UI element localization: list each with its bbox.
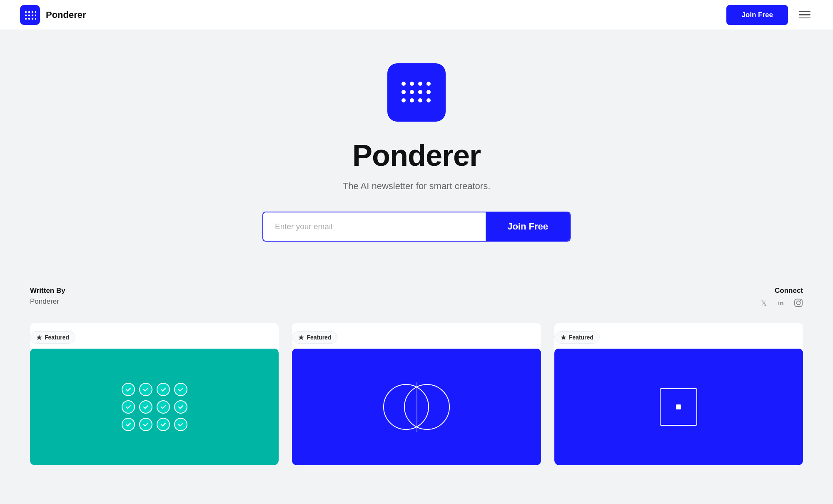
written-by-label: Written By [30, 287, 65, 295]
svg-point-27 [797, 301, 801, 305]
svg-point-3 [35, 11, 36, 12]
hero-section: Ponderer The AI newsletter for smart cre… [0, 30, 833, 267]
check-12 [174, 418, 187, 431]
social-icons-group: 𝕏 in [761, 298, 803, 309]
svg-point-6 [32, 14, 33, 16]
svg-point-17 [410, 90, 414, 94]
check-5 [122, 400, 135, 414]
linkedin-icon[interactable]: in [777, 298, 786, 309]
check-11 [157, 418, 170, 431]
hamburger-menu-icon[interactable] [796, 9, 813, 21]
svg-point-15 [426, 82, 431, 86]
navbar: Ponderer Join Free [0, 0, 833, 30]
svg-text:in: in [778, 299, 783, 307]
featured-card-3: Featured [554, 323, 803, 465]
svg-point-13 [410, 82, 414, 86]
svg-point-7 [35, 14, 36, 16]
svg-point-20 [402, 98, 406, 102]
logo-icon [20, 5, 40, 25]
featured-badge-3: Featured [554, 331, 600, 344]
featured-star-icon-3 [561, 334, 566, 340]
svg-point-12 [402, 82, 406, 86]
svg-point-4 [25, 14, 27, 16]
svg-point-0 [25, 11, 27, 12]
join-free-hero-button[interactable]: Join Free [486, 212, 570, 241]
check-6 [139, 400, 152, 414]
svg-point-8 [25, 17, 27, 19]
svg-point-21 [410, 98, 414, 102]
twitter-icon[interactable]: 𝕏 [761, 298, 770, 309]
featured-star-icon-2 [298, 334, 304, 340]
svg-point-18 [418, 90, 422, 94]
featured-card-2: Featured [292, 323, 541, 465]
svg-point-19 [426, 90, 431, 94]
svg-point-10 [32, 17, 33, 19]
check-7 [157, 400, 170, 414]
featured-star-icon-1 [36, 334, 42, 340]
svg-point-1 [28, 11, 30, 12]
svg-point-28 [800, 300, 801, 301]
svg-point-16 [402, 90, 406, 94]
join-free-nav-button[interactable]: Join Free [726, 5, 788, 25]
featured-cards-section: Featured [0, 323, 833, 465]
svg-point-11 [35, 17, 36, 19]
card-image-2 [292, 349, 541, 465]
connect-block: Connect 𝕏 in [761, 287, 803, 309]
svg-point-23 [426, 98, 431, 102]
inner-dot [676, 404, 681, 409]
check-4 [174, 383, 187, 396]
check-3 [157, 383, 170, 396]
featured-badge-2: Featured [292, 331, 337, 344]
brand-name: Ponderer [46, 10, 86, 20]
meta-section: Written By Ponderer Connect 𝕏 in [0, 267, 833, 323]
navbar-left: Ponderer [20, 5, 86, 25]
checkmark-grid-icon [122, 383, 187, 431]
svg-point-14 [418, 82, 422, 86]
check-10 [139, 418, 152, 431]
written-by-block: Written By Ponderer [30, 287, 65, 306]
check-1 [122, 383, 135, 396]
check-9 [122, 418, 135, 431]
venn-center-line [416, 382, 417, 432]
venn-circle-right [404, 384, 450, 430]
hero-subtitle: The AI newsletter for smart creators. [343, 181, 491, 192]
svg-point-9 [28, 17, 30, 19]
connect-label: Connect [775, 287, 803, 295]
hero-title: Ponderer [352, 138, 481, 172]
email-signup-form: Join Free [262, 212, 571, 242]
svg-point-2 [32, 11, 33, 12]
written-by-name: Ponderer [30, 297, 65, 306]
square-dot-icon [660, 388, 697, 426]
instagram-icon[interactable] [794, 298, 803, 309]
featured-badge-1: Featured [30, 331, 75, 344]
svg-rect-26 [795, 299, 802, 307]
svg-point-5 [28, 14, 30, 16]
navbar-right: Join Free [726, 5, 813, 25]
svg-text:𝕏: 𝕏 [761, 299, 767, 307]
featured-card-1: Featured [30, 323, 279, 465]
venn-diagram-icon [383, 382, 450, 432]
email-input[interactable] [263, 212, 486, 241]
check-8 [174, 400, 187, 414]
card-image-1 [30, 349, 279, 465]
card-image-3 [554, 349, 803, 465]
hero-logo-icon [387, 63, 446, 122]
svg-point-22 [418, 98, 422, 102]
check-2 [139, 383, 152, 396]
